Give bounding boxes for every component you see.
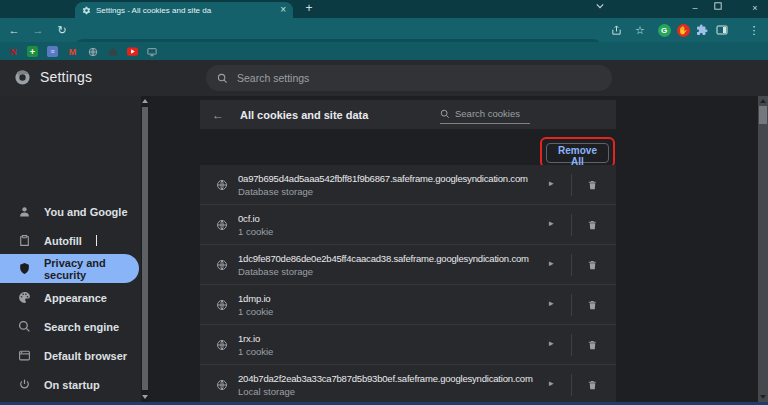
sidebar-item-appearance[interactable]: Appearance: [0, 283, 141, 312]
bookmark-gmail-icon[interactable]: M: [67, 46, 78, 57]
bookmark-youtube-icon[interactable]: [127, 46, 138, 57]
search-icon: [217, 73, 228, 84]
remove-all-button[interactable]: Remove All: [546, 143, 609, 163]
magnifier-icon: [18, 320, 31, 333]
reload-icon[interactable]: ↻: [54, 22, 70, 38]
sidebar-item-autofill[interactable]: Autofill: [0, 226, 141, 255]
search-icon: [440, 109, 450, 119]
cookie-row[interactable]: 1dc9fe870de86de0e2b45ff4caacad38.safefra…: [200, 245, 616, 285]
globe-icon: [216, 179, 228, 191]
bookmark-monitor-icon[interactable]: [146, 46, 157, 57]
settings-search-input[interactable]: Search settings: [206, 65, 612, 91]
bookmark-globe-icon[interactable]: [87, 46, 98, 57]
browser-window: Settings - All cookies and site da × + –…: [0, 0, 768, 405]
scrollbar-thumb[interactable]: [759, 106, 767, 124]
globe-icon: [216, 339, 228, 351]
delete-cookie-button[interactable]: [578, 257, 606, 273]
sidebar-item-default-browser[interactable]: Default browser: [0, 341, 141, 370]
delete-cookie-button[interactable]: [578, 377, 606, 393]
sidebar-item-search-engine[interactable]: Search engine: [0, 312, 141, 341]
forward-icon[interactable]: →: [30, 22, 46, 38]
cookie-list: 0a97b695d4ad5aaa542fbff81f9b6867.safefra…: [200, 165, 616, 405]
bookmark-briefcase-icon[interactable]: [107, 46, 118, 57]
delete-cookie-button[interactable]: [578, 297, 606, 313]
globe-icon: [216, 259, 228, 271]
globe-icon: [216, 379, 228, 391]
browser-window-icon: [18, 349, 31, 362]
text-cursor: [96, 235, 97, 246]
scrollbar-thumb[interactable]: [142, 107, 148, 390]
cookie-row[interactable]: 1dmp.io 1 cookie ▸: [200, 285, 616, 325]
bookmarks-bar: N + ≡ M: [0, 42, 768, 60]
bookmark-star-icon[interactable]: ☆: [632, 22, 648, 38]
tab-strip: Settings - All cookies and site da × + –…: [0, 0, 768, 18]
delete-cookie-button[interactable]: [578, 177, 606, 193]
bookmark-sheets-icon[interactable]: +: [27, 46, 38, 57]
globe-icon: [216, 299, 228, 311]
shield-icon: [18, 262, 31, 275]
maximize-button[interactable]: [714, 2, 736, 16]
new-tab-button[interactable]: +: [301, 1, 317, 17]
scroll-up-button[interactable]: [760, 99, 766, 103]
tab-title: Settings - All cookies and site da: [96, 6, 275, 15]
cookie-search-placeholder: Search cookies: [455, 108, 520, 119]
sidebar-scrollbar[interactable]: [141, 96, 149, 402]
minimize-button[interactable]: –: [684, 2, 706, 16]
extension-red-icon[interactable]: ✋: [675, 22, 691, 38]
share-icon[interactable]: [608, 22, 624, 38]
bookmark-notes-icon[interactable]: ≡: [47, 46, 58, 57]
person-icon: [18, 205, 31, 218]
subpage-header: ← All cookies and site data Search cooki…: [200, 100, 616, 129]
cookie-row[interactable]: 204b7da2f2eab3a33ca7b87d5b93b0ef.safefra…: [200, 365, 616, 405]
side-panel-icon[interactable]: [714, 22, 730, 38]
delete-cookie-button[interactable]: [578, 337, 606, 353]
subpage-title: All cookies and site data: [240, 109, 368, 121]
tab-close-icon[interactable]: ×: [280, 5, 286, 15]
clipboard-icon: [18, 234, 31, 247]
gear-icon: [82, 6, 91, 15]
chevron-right-icon[interactable]: ▸: [549, 258, 554, 268]
page-title: Settings: [40, 69, 92, 85]
chevron-right-icon[interactable]: ▸: [549, 218, 554, 228]
page-scrollbar[interactable]: [758, 96, 768, 402]
chevron-right-icon[interactable]: ▸: [549, 178, 554, 188]
scroll-down-button[interactable]: [141, 392, 149, 402]
close-window-button[interactable]: ×: [744, 2, 766, 16]
delete-cookie-button[interactable]: [578, 217, 606, 233]
sidebar-item-you-and-google[interactable]: You and Google: [0, 197, 141, 226]
back-icon[interactable]: ←: [6, 22, 22, 38]
settings-sidebar: You and Google Autofill Privacy and secu…: [0, 96, 141, 405]
settings-header: Settings Search settings: [0, 60, 768, 96]
bookmark-netflix-icon[interactable]: N: [8, 46, 19, 57]
palette-icon: [18, 291, 31, 304]
extension-green-icon[interactable]: G: [656, 22, 672, 38]
chrome-menu-logo-icon: [14, 69, 31, 86]
scroll-up-button[interactable]: [141, 96, 149, 106]
chevron-right-icon[interactable]: ▸: [549, 378, 554, 388]
sidebar-item-on-startup[interactable]: On startup: [0, 370, 141, 399]
browser-toolbar: ← → ↻ Chrome | chrome://settings/siteDat…: [0, 18, 768, 42]
tab-search-icon[interactable]: [596, 2, 618, 16]
active-tab[interactable]: Settings - All cookies and site da ×: [75, 2, 293, 18]
back-arrow-icon[interactable]: ←: [212, 108, 224, 122]
scroll-down-button[interactable]: [760, 395, 766, 399]
chevron-right-icon[interactable]: ▸: [549, 338, 554, 348]
browser-menu-icon[interactable]: ⋮: [746, 22, 762, 38]
cookie-row[interactable]: 0a97b695d4ad5aaa542fbff81f9b6867.safefra…: [200, 165, 616, 205]
globe-icon: [216, 219, 228, 231]
sidebar-item-privacy-and-security[interactable]: Privacy and security: [0, 254, 139, 283]
extensions-puzzle-icon[interactable]: [694, 22, 710, 38]
power-icon: [18, 378, 31, 391]
settings-search-placeholder: Search settings: [237, 72, 309, 84]
chevron-right-icon[interactable]: ▸: [549, 298, 554, 308]
cookie-search-input[interactable]: Search cookies: [440, 104, 530, 124]
cookie-row[interactable]: 0cf.io 1 cookie ▸: [200, 205, 616, 245]
cookie-row[interactable]: 1rx.io 1 cookie ▸: [200, 325, 616, 365]
